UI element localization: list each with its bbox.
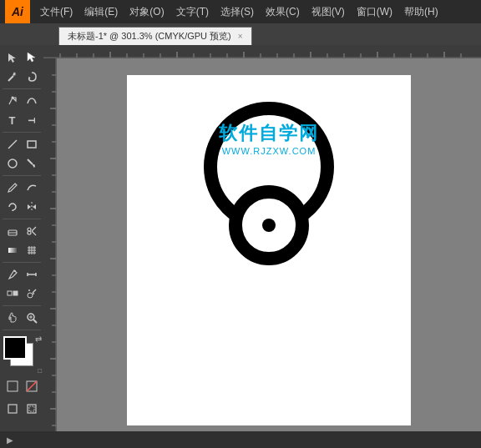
tab-title: 未标题-1* @ 301.3% (CMYK/GPU 预览) [68,30,231,43]
menu-item-对象o[interactable]: 对象(O) [124,3,169,21]
toolbar-divider-1 [3,88,41,89]
svg-point-25 [14,270,16,272]
left-ruler-marks [43,58,57,431]
vertical-type-label: T [27,118,37,123]
toolbar-divider-4 [3,219,41,219]
symbol-sprayer-tool[interactable] [23,284,41,303]
svg-rect-6 [28,141,36,148]
svg-rect-38 [8,381,18,391]
draw-normal-button[interactable] [3,400,22,418]
ai-logo: Ai [5,0,30,23]
color-mode-row [3,377,41,395]
draw-behind-button[interactable] [23,400,41,418]
curvature-tool[interactable] [23,92,41,110]
paintbrush-tool[interactable] [23,154,41,173]
svg-line-5 [8,140,17,148]
tool-row-10 [3,241,41,259]
rectangle-tool[interactable] [23,135,41,154]
menu-item-帮助h[interactable]: 帮助(H) [399,3,443,21]
toolbar-divider-2 [3,132,41,133]
menu-item-窗口w[interactable]: 窗口(W) [352,3,397,21]
toolbar: T T [0,45,43,431]
svg-point-33 [33,293,34,294]
color-swatches[interactable]: ⇄ □ [3,336,40,373]
svg-rect-18 [8,248,17,253]
svg-line-14 [32,227,36,231]
none-color-button[interactable] [23,377,41,395]
scissors-tool[interactable] [23,222,41,240]
tool-row-13 [3,309,41,327]
draw-mode-row [3,400,41,418]
line-segment-tool[interactable] [3,135,22,154]
tool-row-9 [3,222,41,240]
artwork-svg [194,100,344,284]
tool-row-1 [3,48,41,67]
zoom-tool[interactable] [23,309,41,327]
tool-row-7 [3,179,41,197]
toolbar-divider-6 [3,305,41,306]
pen-tool[interactable] [3,92,22,110]
tab-bar: 未标题-1* @ 301.3% (CMYK/GPU 预览) × [0,23,481,45]
gradient-tool[interactable] [3,241,22,259]
ellipse-tool[interactable] [3,154,22,173]
tool-row-12 [3,284,41,303]
svg-rect-29 [8,291,12,295]
svg-rect-41 [8,405,17,413]
svg-line-15 [32,231,36,235]
smooth-tool[interactable] [23,179,41,197]
color-mode-button[interactable] [3,377,22,395]
svg-marker-11 [33,204,36,209]
menu-item-编辑e[interactable]: 编辑(E) [79,3,123,21]
tool-row-3 [3,92,41,110]
tool-row-11 [3,265,41,284]
svg-line-2 [8,76,13,81]
eyedropper-tool[interactable] [3,265,22,284]
type-tool[interactable]: T [3,111,22,129]
tool-row-2 [3,68,41,86]
svg-point-32 [28,289,30,291]
reset-colors-button[interactable]: □ [38,367,42,375]
menu-item-视图v[interactable]: 视图(V) [306,3,350,21]
reflect-tool[interactable] [23,198,41,216]
document-tab[interactable]: 未标题-1* @ 301.3% (CMYK/GPU 预览) × [58,27,252,45]
measure-tool[interactable] [23,265,41,284]
hand-tool[interactable] [3,309,22,327]
menu-item-文字t[interactable]: 文字(T) [171,3,214,21]
ruler-marks [43,45,481,58]
canvas-area: 软件自学网 WWW.RJZXW.COM [43,45,481,431]
direct-selection-tool[interactable] [23,48,41,67]
foreground-color-swatch[interactable] [3,336,27,360]
svg-marker-0 [8,53,16,63]
title-bar: Ai 文件(F)编辑(E)对象(O)文字(T)选择(S)效果(C)视图(V)窗口… [0,0,481,23]
top-ruler [43,45,481,58]
artwork [194,100,344,284]
tab-close-button[interactable]: × [238,32,243,41]
type-tool-label: T [9,114,16,127]
menu-item-效果c[interactable]: 效果(C) [261,3,305,21]
document-canvas: 软件自学网 WWW.RJZXW.COM [127,75,411,425]
menu-item-选择s[interactable]: 选择(S) [215,3,259,21]
selection-tool[interactable] [3,48,22,67]
svg-line-35 [33,320,37,323]
svg-line-40 [27,381,37,391]
svg-rect-43 [29,406,34,411]
rotate-tool[interactable] [3,198,22,216]
svg-point-31 [28,293,33,298]
tool-row-8 [3,198,41,216]
svg-point-16 [28,228,31,231]
swap-colors-button[interactable]: ⇄ [35,335,42,344]
color-area: ⇄ □ [0,333,43,376]
menu-item-文件f[interactable]: 文件(F) [35,3,78,21]
lasso-tool[interactable] [23,68,41,86]
vertical-type-tool[interactable]: T [23,111,41,129]
svg-marker-1 [28,53,35,62]
eraser-tool[interactable] [3,222,22,240]
pencil-tool[interactable] [3,179,22,197]
magic-wand-tool[interactable] [3,68,22,86]
blend-tool[interactable] [3,284,22,303]
mesh-tool[interactable] [23,241,41,259]
svg-point-17 [28,231,31,234]
menu-bar: 文件(F)编辑(E)对象(O)文字(T)选择(S)效果(C)视图(V)窗口(W)… [35,0,443,23]
left-ruler [43,58,57,431]
tool-row-5 [3,135,41,154]
